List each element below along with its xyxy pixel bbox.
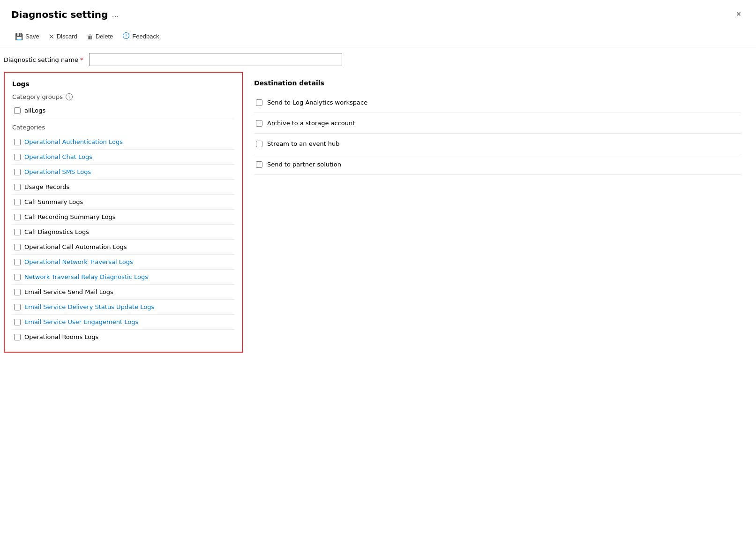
destination-row: Send to Log Analytics workspace [254,92,741,113]
categories-list: Operational Authentication LogsOperation… [12,135,234,344]
title-text: Diagnostic setting [11,9,108,20]
category-checkbox-9[interactable] [14,274,21,280]
category-row: Usage Records [12,180,234,195]
setting-name-input[interactable] [89,53,342,66]
logs-panel: Logs Category groups i allLogs Categorie… [4,72,243,353]
destination-row: Stream to an event hub [254,134,741,154]
category-label: Operational Rooms Logs [24,333,98,340]
setting-name-row: Diagnostic setting name * [0,47,756,72]
alllogs-label: allLogs [24,107,45,114]
category-checkbox-8[interactable] [14,259,21,265]
category-row: Call Summary Logs [12,195,234,210]
info-icon[interactable]: i [66,93,73,100]
category-label: Email Service Send Mail Logs [24,288,113,295]
alllogs-checkbox[interactable] [14,107,21,114]
category-row: Operational SMS Logs [12,165,234,180]
destination-checkbox-3[interactable] [256,161,262,168]
logs-panel-title: Logs [12,80,234,88]
window-header: Diagnostic setting ... × [0,0,756,26]
destination-panel: Destination details Send to Log Analytic… [243,72,752,353]
feedback-button[interactable]: Feedback [119,30,163,43]
category-label: Email Service Delivery Status Update Log… [24,303,154,310]
save-icon: 💾 [15,33,23,40]
setting-name-label: Diagnostic setting name * [4,56,83,63]
category-groups-section: Category groups i [12,93,234,100]
category-checkbox-2[interactable] [14,169,21,175]
discard-label: Discard [57,33,77,40]
title-ellipsis: ... [112,10,119,19]
category-row: Email Service Send Mail Logs [12,285,234,300]
categories-section: Categories Operational Authentication Lo… [12,124,234,344]
category-label: Call Diagnostics Logs [24,228,89,235]
destination-label: Send to Log Analytics workspace [267,99,367,106]
category-checkbox-1[interactable] [14,154,21,160]
category-checkbox-6[interactable] [14,229,21,235]
destination-checkbox-2[interactable] [256,141,262,147]
category-row: Operational Network Traversal Logs [12,255,234,270]
discard-button[interactable]: ✕ Discard [45,30,81,43]
category-label: Operational Network Traversal Logs [24,258,133,265]
save-label: Save [25,33,39,40]
destination-label: Stream to an event hub [267,140,340,147]
close-icon: × [736,9,741,19]
category-checkbox-13[interactable] [14,334,21,340]
category-checkbox-7[interactable] [14,244,21,250]
category-row: Call Recording Summary Logs [12,210,234,225]
destination-row: Archive to a storage account [254,113,741,134]
category-checkbox-4[interactable] [14,199,21,205]
feedback-icon [122,32,130,41]
category-label: Operational Call Automation Logs [24,243,127,250]
category-checkbox-11[interactable] [14,304,21,310]
close-button[interactable]: × [732,8,745,21]
category-checkbox-10[interactable] [14,289,21,295]
category-row: Operational Call Automation Logs [12,240,234,255]
category-groups-label: Category groups [12,93,63,100]
category-label: Operational SMS Logs [24,168,91,175]
category-label: Call Recording Summary Logs [24,213,116,220]
category-checkbox-5[interactable] [14,214,21,220]
feedback-label: Feedback [132,33,159,40]
category-checkbox-12[interactable] [14,319,21,325]
delete-icon: 🗑 [87,33,93,40]
delete-label: Delete [96,33,113,40]
category-label: Email Service User Engagement Logs [24,318,138,325]
window-title: Diagnostic setting ... [11,9,119,20]
category-label: Call Summary Logs [24,198,83,205]
category-label: Operational Authentication Logs [24,138,123,145]
destination-title: Destination details [254,79,741,87]
destination-label: Send to partner solution [267,161,341,168]
category-checkbox-0[interactable] [14,139,21,145]
category-row: Email Service Delivery Status Update Log… [12,300,234,315]
category-label: Operational Chat Logs [24,153,92,160]
required-indicator: * [80,56,83,63]
save-button[interactable]: 💾 Save [11,30,43,43]
destination-checkbox-0[interactable] [256,99,262,106]
discard-icon: ✕ [49,33,54,40]
category-row: Operational Chat Logs [12,150,234,165]
category-checkbox-3[interactable] [14,184,21,190]
toolbar: 💾 Save ✕ Discard 🗑 Delete Feedback [0,26,756,47]
category-row: Network Traversal Relay Diagnostic Logs [12,270,234,285]
destinations-list: Send to Log Analytics workspaceArchive t… [254,92,741,175]
category-row: Operational Rooms Logs [12,330,234,344]
delete-button[interactable]: 🗑 Delete [83,30,117,43]
category-row: Operational Authentication Logs [12,135,234,150]
alllogs-row: allLogs [12,104,234,119]
category-row: Call Diagnostics Logs [12,225,234,240]
categories-label: Categories [12,124,234,131]
destination-label: Archive to a storage account [267,120,355,127]
destination-checkbox-1[interactable] [256,120,262,127]
category-label: Network Traversal Relay Diagnostic Logs [24,273,148,280]
main-content: Logs Category groups i allLogs Categorie… [0,72,756,353]
destination-row: Send to partner solution [254,154,741,175]
category-label: Usage Records [24,183,69,190]
category-row: Email Service User Engagement Logs [12,315,234,330]
